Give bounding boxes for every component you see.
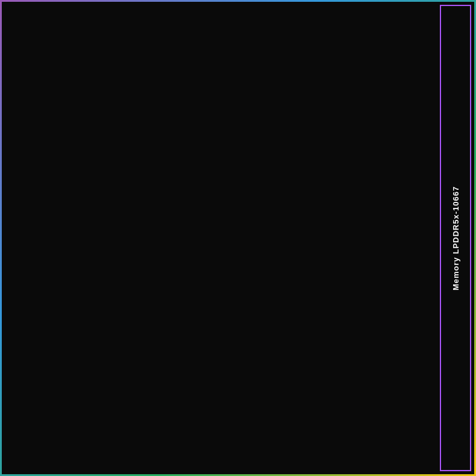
npu-performance-core: Performance Core [12,236,219,254]
core-x925: Cortex-X925 2MB L2 [10,29,88,92]
spu2-block: Secure Processing Unit [364,298,436,327]
bottom-row: Connectivity Modem Secure Processing Uni… [5,298,436,327]
isp-subtitle: Imagiq 1090 [11,280,51,289]
connectivity-block: Connectivity [5,298,116,327]
core-x4-3: Cortex-X4 1MB L2 [90,94,169,157]
cpu-row-top: Cortex-X925 2MB L2 Cortex-X4 1MB L2 Cort… [10,29,277,92]
cpu-core-grid: Cortex-X925 2MB L2 Cortex-X4 1MB L2 Cort… [10,29,277,157]
npu-cores-row: Performance Core Flexible Core [12,236,429,254]
cpu-block: CPU Cortex-X925 2MB L2 Cortex-X4 1MB L2 [5,5,282,197]
chip-diagram: CPU Cortex-X925 2MB L2 Cortex-X4 1MB L2 [0,0,476,476]
core-a720-3: Cortex - A720 512KB L2 [171,94,277,124]
display-subtitle: MiraVision 1090 [141,280,193,289]
l3-cache: 12MB L3 Cache [10,159,277,175]
core-a720-4: Cortex - A720 512KB L2 [171,127,277,157]
gpu-block: GPU Immortalis-G925 [286,5,436,197]
video-block: Video [364,263,436,295]
video-title: Video [370,268,388,277]
npu-subtitle: Gen-AI Engine [12,224,429,233]
spu2-title: Secure [370,304,391,311]
isp-block: ISP Imagiq 1090 [5,263,131,295]
cpu-row-bottom: Cortex-X4 1MB L2 Cortex-X4 1MB L2 Cortex… [10,94,277,157]
memory-bar: Memory LPDDR5x-10667 [440,5,471,471]
spu1-subtitle: Processing Unit [300,313,346,320]
cpu-title: CPU [10,10,277,25]
core-x4-2: Cortex-X4 1MB L2 [10,94,88,157]
cache-section: 12MB L3 Cache 10MB System Cache [10,159,277,192]
spu1-title: Secure [300,304,321,311]
gpu-title: GPU [290,10,431,25]
npu-title: NPU 890 [12,207,429,222]
npu-block: NPU 890 Gen-AI Engine Performance Core F… [5,201,436,260]
core-a720-2: Cortex - A720 512KB L2 [171,61,277,92]
main-area: CPU Cortex-X925 2MB L2 Cortex-X4 1MB L2 [5,5,436,471]
core-x4-1: Cortex-X4 1MB L2 [90,29,169,92]
modem-block: Modem [120,298,290,327]
npu-flexible-core: Flexible Core [222,236,429,254]
connectivity-title: Connectivity [12,307,58,317]
top-section: CPU Cortex-X925 2MB L2 Cortex-X4 1MB L2 [5,5,436,197]
isp-row: ISP Imagiq 1090 Display MiraVision 1090 … [5,263,436,295]
display-title: Display [141,269,164,278]
modem-title: Modem [127,307,155,317]
spu1-block: Secure Processing Unit [294,298,360,327]
isp-title: ISP [11,269,22,278]
memory-label: Memory LPDDR5x-10667 [451,186,460,290]
gpu-subtitle: Immortalis-G925 [290,28,431,37]
spu2-subtitle: Processing Unit [370,313,416,320]
display-block: Display MiraVision 1090 [135,263,360,295]
system-cache: 10MB System Cache [10,177,277,192]
core-a720-1: Cortex - A720 512KB L2 [171,29,277,59]
